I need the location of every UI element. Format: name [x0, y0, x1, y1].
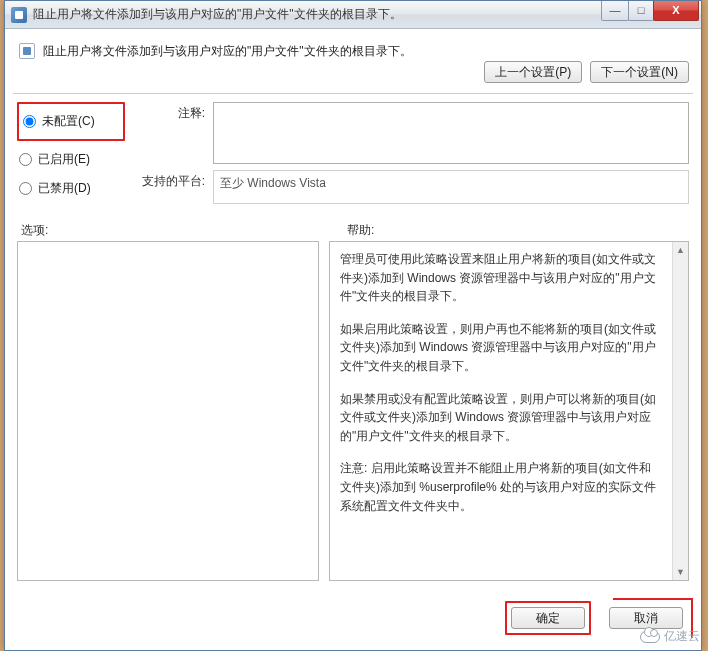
radio-disabled-input[interactable]	[19, 182, 32, 195]
config-section: 未配置(C) 已启用(E) 已禁用(D) 注释: 支持的平台	[13, 94, 693, 214]
help-label: 帮助:	[347, 222, 374, 239]
help-p3: 如果禁用或没有配置此策略设置，则用户可以将新的项目(如文件或文件夹)添加到 Wi…	[340, 390, 662, 446]
window-controls: — □ X	[602, 1, 699, 21]
options-panel	[17, 241, 319, 581]
radio-disabled-label: 已禁用(D)	[38, 180, 91, 197]
radio-not-configured[interactable]: 未配置(C)	[21, 107, 121, 136]
help-p4: 注意: 启用此策略设置并不能阻止用户将新的项目(如文件和文件夹)添加到 %use…	[340, 459, 662, 515]
help-text: 管理员可使用此策略设置来阻止用户将新的项目(如文件或文件夹)添加到 Window…	[330, 242, 672, 580]
scroll-up-icon[interactable]: ▲	[673, 242, 688, 258]
window-title: 阻止用户将文件添加到与该用户对应的"用户文件"文件夹的根目录下。	[33, 6, 602, 23]
content-area: 阻止用户将文件添加到与该用户对应的"用户文件"文件夹的根目录下。 上一个设置(P…	[13, 35, 693, 640]
radio-enabled-label: 已启用(E)	[38, 151, 90, 168]
scroll-down-icon[interactable]: ▼	[673, 564, 688, 580]
app-icon	[11, 7, 27, 23]
maximize-button[interactable]: □	[628, 1, 654, 21]
policy-title: 阻止用户将文件添加到与该用户对应的"用户文件"文件夹的根目录下。	[43, 41, 484, 60]
platform-label: 支持的平台:	[133, 170, 213, 190]
header-row: 阻止用户将文件添加到与该用户对应的"用户文件"文件夹的根目录下。 上一个设置(P…	[13, 35, 693, 94]
titlebar[interactable]: 阻止用户将文件添加到与该用户对应的"用户文件"文件夹的根目录下。 — □ X	[5, 1, 701, 29]
platform-value: 至少 Windows Vista	[213, 170, 689, 204]
policy-editor-window: 阻止用户将文件添加到与该用户对应的"用户文件"文件夹的根目录下。 — □ X 阻…	[4, 0, 702, 651]
help-panel: 管理员可使用此策略设置来阻止用户将新的项目(如文件或文件夹)添加到 Window…	[329, 241, 689, 581]
radio-disabled[interactable]: 已禁用(D)	[17, 174, 125, 203]
radio-not-configured-label: 未配置(C)	[42, 113, 95, 130]
fields-column: 注释: 支持的平台: 至少 Windows Vista	[133, 102, 689, 210]
ok-button[interactable]: 确定	[511, 607, 585, 629]
radio-column: 未配置(C) 已启用(E) 已禁用(D)	[17, 102, 125, 210]
next-setting-button[interactable]: 下一个设置(N)	[590, 61, 689, 83]
help-p2: 如果启用此策略设置，则用户再也不能将新的项目(如文件或文件夹)添加到 Windo…	[340, 320, 662, 376]
panel-labels: 选项: 帮助:	[13, 214, 693, 241]
minimize-button[interactable]: —	[601, 1, 629, 21]
comment-textarea[interactable]	[213, 102, 689, 164]
policy-icon	[19, 43, 35, 59]
highlight-not-configured: 未配置(C)	[17, 102, 125, 141]
cancel-button[interactable]: 取消	[609, 607, 683, 629]
radio-enabled-input[interactable]	[19, 153, 32, 166]
previous-setting-button[interactable]: 上一个设置(P)	[484, 61, 582, 83]
footer: 确定 取消	[17, 600, 689, 636]
radio-enabled[interactable]: 已启用(E)	[17, 145, 125, 174]
nav-buttons: 上一个设置(P) 下一个设置(N)	[484, 61, 689, 83]
radio-not-configured-input[interactable]	[23, 115, 36, 128]
scrollbar[interactable]: ▲ ▼	[672, 242, 688, 580]
platform-row: 支持的平台: 至少 Windows Vista	[133, 170, 689, 204]
help-p1: 管理员可使用此策略设置来阻止用户将新的项目(如文件或文件夹)添加到 Window…	[340, 250, 662, 306]
options-label: 选项:	[17, 222, 347, 239]
close-button[interactable]: X	[653, 1, 699, 21]
comment-label: 注释:	[133, 102, 213, 122]
comment-row: 注释:	[133, 102, 689, 164]
panels-row: 管理员可使用此策略设置来阻止用户将新的项目(如文件或文件夹)添加到 Window…	[13, 241, 693, 581]
highlight-ok: 确定	[505, 601, 591, 635]
scroll-track[interactable]	[673, 258, 688, 564]
